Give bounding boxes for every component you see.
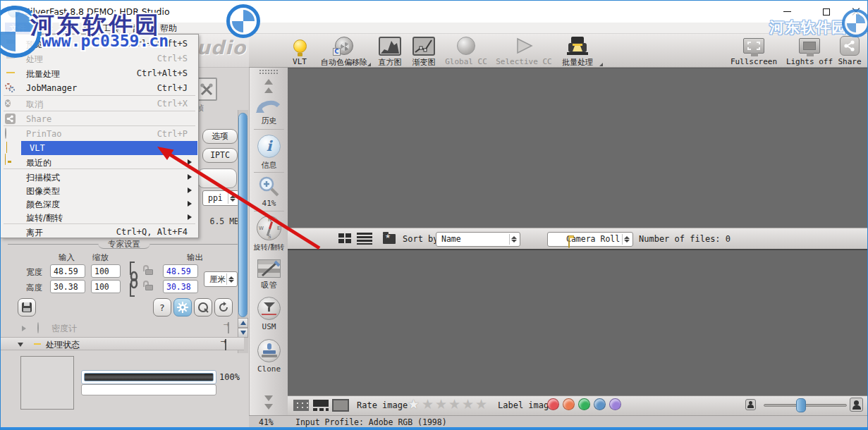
submenu-arrow-icon [188,188,192,193]
scroll-up-icon[interactable] [264,87,273,93]
grid-view-button[interactable] [338,233,351,243]
panel-scrollbar-thumb[interactable] [238,113,247,317]
file-browser-area [288,249,868,395]
spinner-icon[interactable] [509,234,518,245]
process-thumbnail [20,356,74,410]
share-button[interactable]: Share [831,35,868,66]
fullscreen-button[interactable]: Fullscreen [727,35,781,66]
col-scale-label: 缩放 [92,252,109,263]
densitometer-section[interactable]: 密度计 [6,322,239,335]
label-purple-dot[interactable] [609,398,621,410]
vlt-button[interactable]: VLT [282,35,317,66]
menu-item-cancel[interactable]: ✕ 取消Ctrl+X [1,97,197,111]
history-label: 历史 [250,116,288,126]
menu-item-share[interactable]: Share [1,112,197,126]
save-settings-button[interactable] [18,298,36,317]
reset-button[interactable] [214,298,233,317]
width-scale-field[interactable] [91,264,121,278]
global-cc-button[interactable]: Global CC [436,35,496,66]
medium-thumbnails-button[interactable] [313,400,329,411]
menu-item-scan-mode[interactable]: 扫描模式 [1,170,197,184]
star-reset-icon[interactable]: ★ [408,395,420,412]
thumbnail-size-handle[interactable] [796,398,806,412]
settings-gear-button[interactable] [173,298,192,317]
height-lock-icon[interactable] [143,280,154,291]
menu-item-batch[interactable]: 批量处理Ctrl+Alt+S [1,66,197,80]
lights-off-button[interactable]: Lights off [781,35,838,66]
scroll-down-button[interactable] [238,328,248,338]
folder-dropdown[interactable]: Camera Roll [547,232,633,247]
vlt-bulb-icon [5,142,17,154]
side-toolbar: 历史 i 信息 41% N W S E 旋转/翻转 [249,68,288,415]
small-thumbnails-button[interactable] [293,400,309,411]
width-lock-icon[interactable] [143,264,154,276]
height-scale-field[interactable] [91,280,121,293]
sort-dropdown[interactable]: Name [436,232,520,247]
star-icon[interactable]: ★ [462,395,474,412]
spinner-icon[interactable] [622,234,631,245]
popout-icon[interactable] [228,322,229,333]
unit-dropdown[interactable]: 厘米 [204,271,238,287]
ppi-dropdown[interactable]: ppi [202,190,239,206]
selective-cc-button[interactable]: Selective CC [490,35,558,66]
height-output-field[interactable] [163,280,198,293]
spinner-icon[interactable] [226,274,236,285]
info-button[interactable]: i [257,135,281,158]
rotate-flip-button[interactable]: N W S E [257,216,281,240]
scroll-up-icon[interactable] [264,79,273,85]
history-button[interactable] [256,97,283,118]
label-orange-dot[interactable] [563,398,575,410]
height-input-field[interactable] [50,280,85,293]
usm-button[interactable] [257,297,281,320]
spinner-icon[interactable] [228,192,237,204]
width-input-field[interactable] [50,264,85,278]
width-output-field[interactable] [163,264,198,278]
menu-item-printao[interactable]: PrinTaoCtrl+P [1,127,197,141]
batch-button[interactable]: 批量处理 [552,35,603,68]
up-arrow-icon [240,321,246,325]
menu-item-recent[interactable]: 最近的 [1,155,197,169]
histogram-icon [379,37,401,56]
popout-icon[interactable] [225,339,226,350]
histogram-button[interactable]: 直方图 [372,35,408,68]
scroll-down-icon[interactable] [264,395,273,401]
menu-item-rotate-flip[interactable]: 旋转/翻转 [1,210,197,224]
zoom-status: 41% [259,417,274,427]
menu-item-image-type[interactable]: 图像类型 [1,183,197,197]
menu-item-jobmanager[interactable]: JobManagerCtrl+J [1,81,197,95]
clone-button[interactable] [257,339,281,362]
scroll-down-icon[interactable] [264,404,273,410]
preview-check-button[interactable] [194,298,212,317]
stamp-icon [267,343,271,350]
menu-item-vlt[interactable]: VLT [21,141,197,155]
submenu-arrow-icon [188,174,192,180]
list-view-button[interactable] [357,233,372,245]
label-green-dot[interactable] [578,398,590,410]
scroll-up-button[interactable] [238,318,248,328]
menu-item-process[interactable]: 处理Ctrl+S [1,51,197,66]
star-icon[interactable]: ★ [435,395,447,412]
favorites-folder-icon[interactable] [383,234,396,244]
star-icon[interactable]: ★ [475,395,487,412]
label-red-dot[interactable] [547,398,559,410]
star-icon[interactable]: ★ [448,395,460,412]
corner-triangle-icon [367,63,371,66]
pipette-label: 吸管 [250,280,288,290]
chain-link-icon[interactable] [128,261,140,297]
floppy-icon [22,302,32,312]
zoom-button[interactable] [257,176,282,200]
menu-item-color-depth[interactable]: 颜色深度 [1,197,197,211]
auto-ccr-button[interactable]: C 自动色偏移除 [316,35,372,68]
process-status-header[interactable]: 处理状态 [1,337,244,350]
options-button[interactable]: 选项 [202,129,238,144]
iptc-button[interactable]: IPTC [202,148,238,163]
panel-grip[interactable] [259,70,278,75]
lights-off-icon [799,38,820,54]
height-row-label: 高度 [26,283,42,293]
star-icon[interactable]: ★ [422,395,434,412]
menu-item-quit[interactable]: 离开Ctrl+Q, Alt+F4 [1,225,197,239]
large-thumbnail-button[interactable] [332,399,349,412]
help-button[interactable]: ? [153,298,171,317]
label-blue-dot[interactable] [594,398,606,410]
pipette-button[interactable] [257,259,281,278]
